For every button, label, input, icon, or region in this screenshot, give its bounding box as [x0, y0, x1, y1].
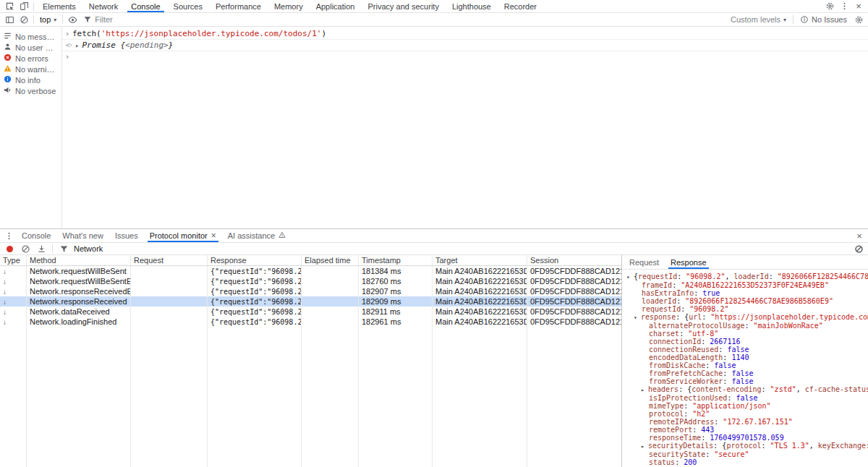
json-punct: :	[679, 330, 688, 338]
drawer-tab-console[interactable]: Console	[16, 229, 56, 242]
column-header-elapsed-time[interactable]: Elapsed time	[302, 255, 359, 265]
drawer-tab-label: Console	[22, 231, 51, 240]
inspect-element-icon[interactable]	[2, 1, 17, 12]
json-key: securityDetails	[648, 442, 713, 450]
json-key: isIpProtectionUsed	[649, 394, 727, 402]
protocol-event-row[interactable]: ↓Network.dataReceived{"requestId":"96098…	[0, 307, 621, 317]
protocol-event-row[interactable]: ↓Network.responseReceived{"requestId":"9…	[0, 296, 621, 307]
filler-cell	[433, 327, 527, 467]
detail-tab-request[interactable]: Request	[624, 255, 665, 269]
protocol-event-row[interactable]: ↓Network.responseReceivedExtraInfo{"requ…	[0, 286, 621, 296]
console-settings-gear-icon[interactable]	[851, 14, 866, 25]
tree-line[interactable]: ▾response: {url: "https://jsonplaceholde…	[622, 313, 868, 322]
save-log-icon[interactable]	[34, 243, 48, 254]
toolbar-divider	[62, 15, 63, 24]
json-key: securityState	[649, 450, 705, 458]
protocol-event-row[interactable]: ↓Network.loadingFinished{"requestId":"96…	[0, 317, 621, 327]
cell-response: {"requestId":"96098.2",…	[208, 307, 302, 317]
tree-line: isIpProtectionUsed: false	[622, 394, 868, 402]
cell-request	[131, 276, 208, 286]
clear-log-icon[interactable]	[18, 243, 33, 254]
console-filter-no-info[interactable]: No info	[0, 74, 61, 85]
log-levels-dropdown[interactable]: Custom levels ▾	[726, 15, 791, 24]
drawer-tabbar: ConsoleWhat's newIssuesProtocol monitor×…	[0, 229, 868, 243]
main-tab-elements[interactable]: Elements	[36, 0, 82, 12]
console-filter-input[interactable]: Filter	[80, 15, 297, 24]
main-tab-sources[interactable]: Sources	[167, 0, 209, 12]
protocol-event-row[interactable]: ↓Network.requestWillBeSent{"requestId":"…	[0, 266, 621, 276]
record-icon[interactable]	[2, 243, 17, 254]
protocol-filter-input[interactable]: Network	[72, 244, 104, 253]
detail-tab-response[interactable]: Response	[665, 255, 712, 269]
json-key: response	[641, 313, 676, 321]
main-tab-application[interactable]: Application	[310, 0, 362, 12]
json-punct: :	[727, 394, 736, 402]
close-tab-icon[interactable]: ×	[211, 231, 216, 240]
drawer-tab-protocol-monitor[interactable]: Protocol monitor×	[144, 229, 222, 242]
drawer-tab-ai-assistance[interactable]: AI assistance	[222, 229, 292, 242]
drawer-tab-label: What's new	[62, 231, 103, 240]
json-punct: ,	[796, 385, 805, 393]
cell-method: Network.requestWillBeSentExtraInfo	[27, 276, 131, 286]
column-header-request[interactable]: Request	[131, 255, 208, 265]
live-expression-eye-icon[interactable]	[65, 14, 80, 25]
drawer-tab-strip: ConsoleWhat's newIssuesProtocol monitor×…	[16, 229, 292, 242]
tree-line: charset: "utf-8"	[622, 330, 868, 338]
drawer-more-tools-icon[interactable]	[1, 230, 16, 241]
cell-type: ↓	[0, 317, 27, 327]
devtools-window: ElementsNetworkConsoleSourcesPerformance…	[0, 0, 868, 467]
console-filter-no-messages[interactable]: No messages	[0, 31, 61, 42]
cell-request	[131, 286, 208, 296]
drawer-tab-what-s-new[interactable]: What's new	[56, 229, 109, 242]
main-tab-lighthouse[interactable]: Lighthouse	[446, 0, 498, 12]
clear-console-icon[interactable]	[17, 14, 31, 25]
console-filter-no-errors[interactable]: No errors	[0, 53, 61, 64]
protocol-event-row[interactable]: ↓Network.requestWillBeSentExtraInfo{"req…	[0, 276, 621, 286]
cell-target: Main A240AB162221653D52373F0F24EA49EB	[433, 276, 527, 286]
clear-all-icon[interactable]	[851, 243, 866, 254]
tree-line: hasExtraInfo: true	[622, 289, 868, 297]
main-tab-performance[interactable]: Performance	[209, 0, 268, 12]
main-tab-memory[interactable]: Memory	[268, 0, 310, 12]
settings-gear-icon[interactable]	[822, 1, 837, 12]
tree-expanded-icon[interactable]: ▾	[626, 273, 634, 281]
console-result-line[interactable]: <· ▸ Promise {<pending>}	[62, 40, 868, 51]
tree-line[interactable]: ▾{requestId: "96098.2", loaderId: "89260…	[622, 273, 868, 281]
column-header-timestamp[interactable]: Timestamp	[359, 255, 433, 265]
tree-line[interactable]: ▸securityDetails: {protocol: "TLS 1.3", …	[622, 442, 868, 450]
console-sidebar-toggle-icon[interactable]	[2, 14, 17, 25]
main-tab-network[interactable]: Network	[82, 0, 124, 12]
expand-triangle-icon[interactable]: ▸	[75, 42, 79, 49]
console-prompt[interactable]: ›	[62, 51, 868, 62]
filler-cell	[131, 327, 208, 467]
column-header-target[interactable]: Target	[433, 255, 527, 265]
tree-expanded-icon[interactable]: ▾	[634, 314, 641, 322]
json-key: fromPrefetchCache	[649, 369, 723, 377]
close-devtools-icon[interactable]: ×	[851, 1, 866, 12]
cell-method: Network.dataReceived	[27, 307, 131, 317]
tree-collapsed-icon[interactable]: ▸	[641, 386, 648, 394]
main-tab-console[interactable]: Console	[124, 0, 166, 12]
column-header-type[interactable]: Type	[0, 255, 27, 265]
drawer-tab-issues[interactable]: Issues	[109, 229, 144, 242]
json-punct: : {	[678, 385, 692, 393]
tree-line[interactable]: ▸headers: {content-encoding: "zstd", cf-…	[622, 385, 868, 394]
issues-counter[interactable]: No Issues	[796, 15, 851, 24]
close-drawer-icon[interactable]: ×	[852, 230, 867, 241]
json-string: "h2"	[692, 410, 710, 418]
column-header-method[interactable]: Method	[27, 255, 131, 265]
device-toolbar-icon[interactable]	[17, 1, 31, 12]
console-filter-no-warnings[interactable]: No warnings	[0, 64, 61, 74]
json-string: "8926066F128254466C78AE986B5860E9"	[685, 297, 833, 305]
execution-context-selector[interactable]: top ▾	[36, 15, 60, 24]
column-header-session[interactable]: Session	[527, 255, 622, 265]
more-options-icon[interactable]	[837, 1, 851, 12]
main-tab-recorder[interactable]: Recorder	[498, 0, 543, 12]
json-number: true	[702, 289, 720, 297]
console-command-line[interactable]: › fetch('https://jsonplaceholder.typicod…	[62, 28, 868, 40]
console-filter-no-user-messages[interactable]: No user messages	[0, 42, 61, 53]
tree-collapsed-icon[interactable]: ▸	[641, 442, 648, 450]
column-header-response[interactable]: Response	[208, 255, 302, 265]
console-filter-no-verbose[interactable]: No verbose	[0, 85, 61, 96]
main-tab-privacy-and-security[interactable]: Privacy and security	[361, 0, 445, 12]
